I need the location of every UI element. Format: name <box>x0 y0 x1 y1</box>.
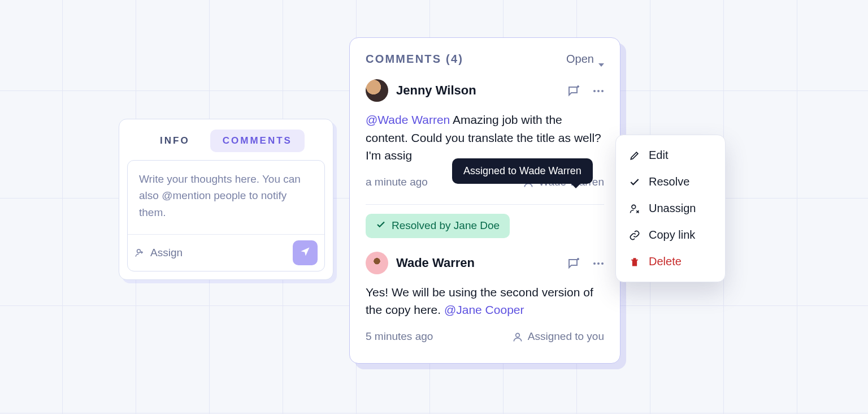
comments-panel: COMMENTS (4) Open Jenny Wilson @Wade War… <box>349 37 620 364</box>
svg-point-3 <box>601 90 604 92</box>
context-menu: Edit Resolve Unassign Copy link Delete <box>615 135 726 282</box>
avatar <box>366 252 388 274</box>
send-icon <box>300 246 311 260</box>
compose-panel: INFO COMMENTS Write your thoughts here. … <box>119 119 333 280</box>
tab-info[interactable]: INFO <box>147 130 202 152</box>
compose-box: Write your thoughts here. You can also @… <box>127 160 325 271</box>
svg-point-5 <box>593 262 596 265</box>
comment-time: 5 minutes ago <box>366 330 433 343</box>
reply-icon[interactable] <box>567 257 579 269</box>
reply-icon[interactable] <box>567 84 579 97</box>
compose-toolbar: Assign <box>128 234 324 271</box>
divider <box>366 204 604 205</box>
menu-item-resolve[interactable]: Resolve <box>616 169 725 195</box>
compose-tabs: INFO COMMENTS <box>119 119 333 160</box>
menu-item-edit[interactable]: Edit <box>616 142 725 169</box>
comment-time: a minute ago <box>366 176 428 188</box>
filter-status-dropdown[interactable]: Open <box>566 53 604 66</box>
more-icon[interactable] <box>592 84 604 97</box>
menu-item-unassign[interactable]: Unassign <box>616 195 725 222</box>
avatar <box>366 79 388 102</box>
svg-point-8 <box>515 333 519 337</box>
comment-input[interactable]: Write your thoughts here. You can also @… <box>128 161 324 234</box>
mention[interactable]: @Wade Warren <box>366 113 450 126</box>
user-x-icon <box>628 202 641 215</box>
user-icon <box>512 331 522 342</box>
assign-label: Assign <box>150 247 183 259</box>
comments-title: COMMENTS (4) <box>366 53 463 66</box>
check-icon <box>628 176 641 188</box>
comment-body: @Wade Warren Amazing job with the conten… <box>366 111 604 165</box>
link-icon <box>628 229 641 241</box>
comment-author: Wade Warren <box>396 256 559 270</box>
assignee-chip[interactable]: Assigned to you <box>512 330 604 343</box>
svg-point-7 <box>601 262 604 265</box>
menu-item-delete[interactable]: Delete <box>616 248 725 275</box>
pencil-icon <box>628 149 641 162</box>
svg-point-6 <box>597 262 600 265</box>
user-plus-icon <box>134 248 145 258</box>
comment-author: Jenny Wilson <box>396 83 559 98</box>
comment-item: Wade Warren Yes! We will be using the se… <box>350 246 620 351</box>
resolved-text: Resolved by Jane Doe <box>392 219 500 232</box>
filter-label: Open <box>566 53 594 66</box>
svg-point-1 <box>593 90 596 92</box>
mention[interactable]: @Jane Cooper <box>444 303 524 316</box>
tab-comments[interactable]: COMMENTS <box>210 130 305 152</box>
check-icon <box>376 219 386 232</box>
assignee-name: Assigned to you <box>528 330 604 343</box>
svg-point-9 <box>632 205 636 209</box>
comments-header: COMMENTS (4) Open <box>350 38 620 74</box>
tooltip: Assigned to Wade Warren <box>452 158 593 184</box>
assign-button[interactable]: Assign <box>134 247 183 259</box>
svg-point-2 <box>597 90 600 92</box>
caret-down-icon <box>598 57 604 62</box>
trash-icon <box>628 256 641 268</box>
resolved-badge: Resolved by Jane Doe <box>366 214 510 238</box>
svg-point-0 <box>137 249 141 253</box>
comment-body: Yes! We will be using the second version… <box>366 283 604 319</box>
send-button[interactable] <box>293 240 318 265</box>
menu-item-copy-link[interactable]: Copy link <box>616 222 725 248</box>
more-icon[interactable] <box>592 257 604 269</box>
